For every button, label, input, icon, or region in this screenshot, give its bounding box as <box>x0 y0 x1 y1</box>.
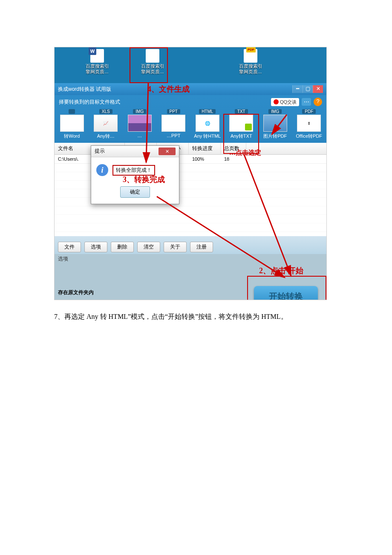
desktop-icon-word[interactable]: W 百度搜索引擎网页质... <box>80 49 114 83</box>
window-buttons: ━ ▢ ✕ <box>292 85 323 93</box>
caption-text: 7、再选定 Any 转 HTML”模式，点击“开始转换”按钮，将文件转换为 HT… <box>54 311 338 322</box>
chat-icon[interactable]: ⋯ <box>302 98 311 106</box>
format-html[interactable]: HTML🌐Any 转HTML <box>193 109 222 139</box>
format-word[interactable]: 转Word <box>57 109 87 139</box>
ok-button[interactable]: 确定 <box>120 186 150 198</box>
format-txt[interactable]: TXTAny转TXT <box>227 109 257 139</box>
bottom-toolbar: 文件 选项 删除 清空 关于 注册 <box>55 236 326 254</box>
delete-button[interactable]: 删除 <box>111 242 134 252</box>
dialog-title: 提示 <box>95 147 105 155</box>
register-button[interactable]: 注册 <box>190 242 213 252</box>
dialog-close-button[interactable]: ✕ <box>159 147 176 155</box>
desktop-icon-doc[interactable]: 百度搜索引擎网页质... <box>135 49 170 83</box>
format-subtitle: 择要转换到的目标文件格式 <box>59 98 120 106</box>
info-icon: i <box>96 164 108 176</box>
col-progress: 转换进度 <box>189 143 221 154</box>
close-button[interactable]: ✕ <box>313 85 323 93</box>
help-icon[interactable]: ? <box>314 98 322 106</box>
titlebar: 换成word转换器 试用版 ━ ▢ ✕ <box>55 83 326 95</box>
desktop-icon-label: 百度搜索引擎网页质... <box>233 64 268 75</box>
app-title: 换成word转换器 试用版 <box>58 86 111 93</box>
col-total: 总页数 <box>221 143 246 154</box>
qq-button[interactable]: QQ交谈 <box>271 98 299 106</box>
alert-dialog: 提示 ✕ i 转换全部完成！ 确定 <box>91 145 179 204</box>
format-ppt[interactable]: PPT…PPT <box>159 109 189 139</box>
format-xls[interactable]: XLS📈Any转… <box>91 109 121 139</box>
dialog-message: 转换全部完成！ <box>112 165 155 176</box>
dialog-titlebar: 提示 ✕ <box>91 146 179 157</box>
format-img[interactable]: IMG… <box>125 109 155 139</box>
screenshot: W 百度搜索引擎网页质... 百度搜索引擎网页质... PDF 百度搜索引擎网页… <box>54 47 327 300</box>
about-button[interactable]: 关于 <box>164 242 187 252</box>
format-office-pdf[interactable]: PDF⬆Office转PDF <box>294 109 324 139</box>
format-bar: 择要转换到的目标文件格式 QQ交谈 ⋯ ? <box>55 95 326 107</box>
file-button[interactable]: 文件 <box>58 242 81 252</box>
format-img-pdf[interactable]: IMG图片转PDF <box>260 109 290 139</box>
options-button[interactable]: 选项 <box>84 242 107 252</box>
desktop-icon-pdf[interactable]: PDF 百度搜索引擎网页质... <box>233 49 268 83</box>
format-list: 转Word XLS📈Any转… IMG… PPT…PPT HTML🌐Any 转H… <box>55 107 326 143</box>
pdf-badge-icon: PDF <box>246 47 256 52</box>
maximize-button[interactable]: ▢ <box>303 85 313 93</box>
desktop-icon-label: 百度搜索引擎网页质... <box>135 64 170 75</box>
start-convert-button[interactable]: 开始转换 <box>254 286 318 300</box>
desktop-icon-label: 百度搜索引擎网页质... <box>80 64 114 75</box>
desktop: W 百度搜索引擎网页质... 百度搜索引擎网页质... PDF 百度搜索引擎网页… <box>55 47 326 83</box>
options-label: 选项 <box>55 254 326 264</box>
clear-button[interactable]: 清空 <box>137 242 160 252</box>
minimize-button[interactable]: ━ <box>292 85 303 93</box>
word-badge-icon: W <box>89 47 96 55</box>
